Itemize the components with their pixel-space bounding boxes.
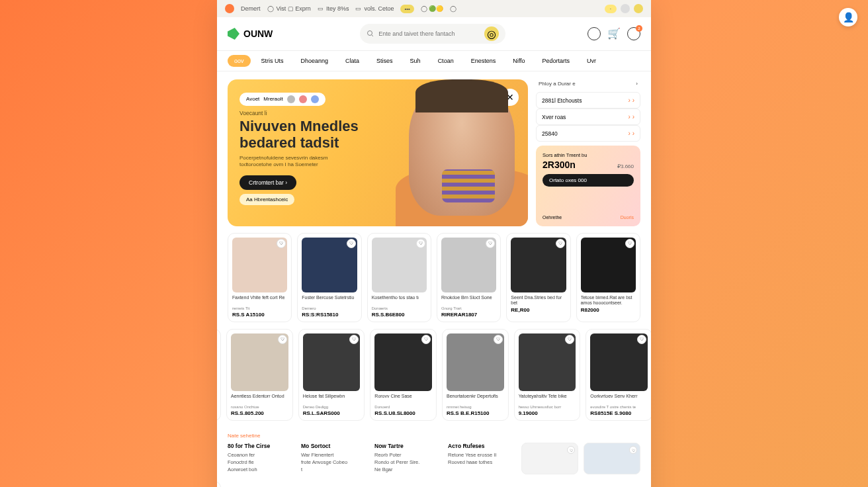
nav-item[interactable]: Pedortarts [536,55,577,67]
promo-button[interactable]: Ortato oxes 000 [542,174,634,187]
favorite-icon[interactable]: ♡ [416,239,425,248]
topstrip-item[interactable]: ◯ [450,5,456,12]
product-name: Seent Dna.Stries bed for bet [511,295,566,306]
footer-section: Nate sehetine 80 for The CirseCeoanon fe… [228,427,640,474]
svg-line-1 [372,35,374,37]
cart-icon[interactable]: 🛒 [607,27,621,40]
promo-old-price: ₽3.660 [617,163,634,169]
logo-mark-icon [228,28,239,40]
product-name: Helose fat Silipewbn [303,394,361,404]
side-card[interactable]: 25840› › [536,125,640,142]
chat-icon[interactable] [587,27,601,40]
product-card[interactable]: ♡ Rnokdoe Brn Sloct Sone Gnorg Trart RIR… [437,233,501,322]
footer-link[interactable]: t [301,466,367,472]
hero-banner: ✕ ♡ ✶ Avoet Mreraolt Voecaunt li Nivuven [228,79,528,226]
search-submit-icon[interactable]: ◎ [484,26,499,41]
hero-cta-button[interactable]: Crtromtert bar › [239,175,296,190]
product-price: RS.S.B6E800 [372,312,427,318]
product-price: 9.19000 [519,410,576,416]
topstrip-item[interactable]: ▭ Itey 8%s [318,5,349,12]
favorite-icon[interactable]: ♡ [625,239,634,248]
product-meta: Donoerd [374,405,432,409]
product-row-2: ♡ Sood huittrient chaten Servent TH RS.L… [217,329,651,421]
product-card[interactable]: ♡ Benortatoenkr Depertofis nmmet heisog … [442,329,509,421]
product-card[interactable]: ♡ Yatoteyahsitiv Tete bike hesso Uhmesus… [514,329,581,421]
product-card[interactable]: ♡ Helose fat Silipewbn Deneo Dedigg RS.L… [298,329,365,421]
nav-item[interactable]: Stises [370,55,400,67]
nav-item[interactable]: Suh [404,55,427,67]
topstrip-icon[interactable] [634,4,643,13]
footer-link[interactable]: Ceoanon fer [228,452,293,458]
promo-price: 2R300n [542,159,576,170]
footer-link[interactable]: Rooved haae tothes [448,459,513,465]
topstrip-badge[interactable]: · [605,5,617,13]
search-bar[interactable]: ◎ [360,24,505,44]
product-card[interactable]: ♡ Faxtend Vhite feft cort Re remets Tit … [228,233,292,322]
topstrip-item[interactable]: ▭ vols. Cetoe [355,5,394,12]
footer-col-title: 80 for The Cirse [228,443,293,449]
nav-item[interactable]: Ctoan [431,55,460,67]
product-card[interactable]: ♡ Tetose bimed.Rat are bst amos hooocont… [576,233,640,322]
footer-col: Aсто RufesesRetone Yese erosse IIRooved … [448,443,513,474]
topstrip-item[interactable]: ◯ 🟢🟡 [421,5,444,12]
footer-link[interactable]: Fonoctrd fle [228,459,293,465]
favorite-icon[interactable]: ♡ [347,239,356,248]
app-frame: Demert ◯ Vist ▢ Exprn ▭ Itey 8%s ▭ vols.… [217,0,651,487]
favorite-icon[interactable]: ♡ [278,335,287,344]
product-price: RS.S A15100 [232,312,287,318]
product-price: RS.S.805.200 [231,410,288,416]
category-nav: oovStris UtsDhoeanngClataStisesSuhCtoanE… [217,51,651,71]
nav-item[interactable]: Enestens [464,55,503,67]
product-price: RS.S B.E.R15100 [447,410,504,416]
favorite-icon[interactable]: ♡ [556,239,565,248]
hero-tag[interactable]: Avoet Mreraolt [239,93,326,106]
product-card[interactable]: ♡ Stienv hasey 8sst 1 aathe RS.S.RESSE10 [217,329,221,421]
header: OUNW ◎ 🛒 2 [217,17,651,51]
promo-foot[interactable]: Duoris [621,215,634,220]
nav-item[interactable]: Stris Uts [255,55,290,67]
logo[interactable]: OUNW [228,28,273,40]
nav-item[interactable]: Uvr [580,55,603,67]
footer-link[interactable]: Rondo ot Perer Sire. [374,459,440,465]
topstrip-icon[interactable] [621,4,630,13]
nav-item[interactable]: Dhoeanng [294,55,335,67]
topstrip-item[interactable]: Demert [241,5,261,12]
search-input[interactable] [378,30,480,37]
product-card[interactable]: ♡ Reeethstmoos 1801508 [217,481,221,487]
footer-col: 80 for The CirseCeoanon ferFonoctrd fleA… [228,443,293,474]
footer-link[interactable]: Ne Bgar [374,466,440,472]
svg-point-0 [368,31,372,36]
footer-link[interactable]: War Flenentert [301,452,367,458]
side-card[interactable]: Xver roas› › [536,109,640,125]
mini-card[interactable]: ♡ [584,443,640,474]
user-avatar[interactable]: 👤 [839,8,857,26]
product-meta: remets Tit [232,306,287,310]
product-card[interactable]: ♡ Foster Bercose Sotetrstio Demero RS:S:… [297,233,361,322]
product-meta: Donaerts [372,306,427,310]
product-card[interactable]: ♡ Seent Dna.Stries bed for bet RE,R00 [506,233,570,322]
nav-item[interactable]: Clata [339,55,366,67]
side-card[interactable]: 2881l Etchousts› › [536,92,640,109]
topstrip-pill[interactable]: ••• [400,5,413,13]
product-card[interactable]: ♡ Aenntiess Edentorr Ontod rosano Onchto… [226,329,293,421]
topstrip-item[interactable]: ◯ Vist ▢ Exprn [267,5,311,12]
footer-link[interactable]: frote Anvosge Cobeo [301,459,367,465]
mini-card[interactable]: ♡ [521,443,578,474]
footer-link[interactable]: Retone Yese erosse II [448,452,513,458]
product-card[interactable]: ♡ Rorovv Cine Sase Donoerd RS.S.U8.SL800… [370,329,437,421]
footer-link[interactable]: Reorb Poter [374,452,440,458]
hero-secondary-button[interactable]: Aa Hbrentashceic [239,194,294,205]
bag-icon[interactable]: 2 [627,27,640,40]
footer-col: Now TartreReorb PoterRondo ot Perer Sire… [374,443,440,474]
footer-link[interactable]: Aorwroet boh [228,466,293,472]
nav-item[interactable]: Niffo [506,55,531,67]
product-card[interactable]: ♡ Oorkvrtoev Senv Kherr evosdire T ostre… [586,329,651,421]
product-name: Tetose bimed.Rat are bst amos hooocontse… [581,295,636,306]
favorite-icon[interactable]: ♡ [494,335,503,344]
product-meta: Deneo Dedigg [303,405,361,409]
footer-mini-cards: ♡ ♡ [521,443,640,474]
nav-item[interactable]: oov [228,55,251,67]
product-card[interactable]: ♡ Kosethentho tos stao tι Donaerts RS.S.… [367,233,431,322]
side-promo: Sors athin Tment bu 2R300n ₽3.660 Ortato… [536,146,640,226]
product-price: RS.S.U8.SL8000 [374,410,432,416]
